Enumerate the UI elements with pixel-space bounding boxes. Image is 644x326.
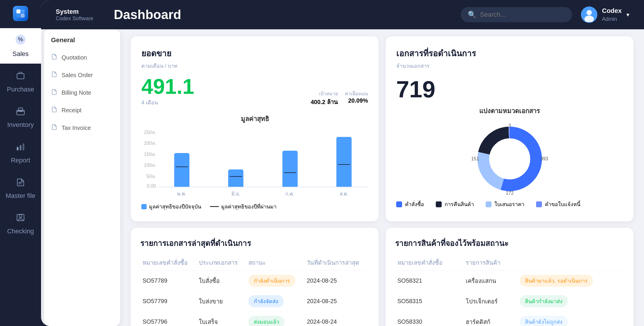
cell-id-2: SO57799 [140, 291, 196, 312]
month-jul: ก.ค. [266, 190, 314, 198]
cell-date-1: 2024-08-25 [304, 271, 369, 291]
dashboard-content: ยอดขาย ตามเดือน / บาท 491.1 4 เดือน เป้า… [120, 29, 644, 326]
cell-status-3: ส่งมอบแล้ว [246, 312, 304, 326]
sidebar-item-checking[interactable]: Checking [0, 207, 47, 241]
pcell-id-1: SO58321 [395, 271, 463, 291]
sidebar-label-report: Report [11, 157, 30, 164]
cell-type-2: ใบส่งขาย [196, 291, 246, 312]
legend-label-current: มูลค่าสุทธิของปีปัจจุบัน [149, 202, 201, 211]
bar-group-aug [320, 129, 368, 187]
y-axis: 250ล. 200ล. 150ล. 100ล. 50ล. 0.00 [141, 129, 156, 198]
user-role: Admin [602, 16, 622, 23]
submenu-item-receipt[interactable]: Receipt [44, 101, 120, 119]
cell-id-1: SO57789 [140, 271, 196, 291]
donut-legend: คำสั่งซื้อ การคืนสินค้า ใบเสนอราคา [396, 200, 623, 208]
sidebar-item-masterfile[interactable]: Master file [0, 171, 47, 206]
submenu-label-billingnote: Billing Note [62, 89, 91, 96]
avatar [581, 6, 597, 23]
svg-rect-9 [17, 147, 18, 150]
top-grid: ยอดขาย ตามเดือน / บาท 491.1 4 เดือน เป้า… [131, 36, 633, 221]
table-row: SO58330 ฮาร์ดดิสก์ สินค้ายังไม่ถูกส่ง [395, 312, 624, 326]
sales-value: 491.1 [141, 76, 194, 97]
cell-status-1: กำลังดำเนินการ [246, 271, 304, 291]
sidebar-item-report[interactable]: Report [0, 136, 47, 170]
submenu-item-taxinvoice[interactable]: Tax Invoice [44, 119, 120, 137]
svg-rect-10 [20, 145, 21, 150]
chart-area: 250ล. 200ล. 150ล. 100ล. 50ล. 0.00 [141, 129, 368, 198]
sidebar-item-purchase[interactable]: Purchase [0, 65, 47, 99]
y-label-250: 250ล. [144, 129, 156, 136]
legend-prev: มูลค่าสุทธิของปีที่ผ่านมา [210, 202, 277, 211]
submenu-label-taxinvoice: Tax Invoice [62, 125, 91, 131]
pstatus-badge-3: สินค้ายังไม่ถูกส่ง [520, 316, 568, 326]
submenu-label-quotation: Quotation [62, 54, 87, 61]
body-area: General Quotation Sales Order [41, 29, 644, 326]
cell-date-3: 2024-08-24 [304, 312, 369, 326]
masterfile-icon [16, 177, 26, 190]
svg-rect-1 [21, 9, 25, 13]
pth-order-id: หมายเลขคำสั่งซื้อ [395, 255, 463, 271]
submenu-label-receipt: Receipt [62, 107, 82, 114]
submenu-item-salesorder[interactable]: Sales Order [44, 66, 120, 84]
submenu-item-quotation[interactable]: Quotation [44, 49, 120, 66]
bar-aug [336, 137, 352, 187]
user-info: Codex Admin [602, 6, 622, 23]
table-row: SO58315 โปรเจ็กเตอร์ สินค้ากำลังมาส่ง [395, 291, 624, 312]
benchmark-label: ค่าเฉี่ยงเบน [345, 90, 368, 97]
pcell-status-1: สินค้ามาแล้ว, รอดำเนินการ [517, 271, 624, 291]
sales-period: 4 เดือน [141, 98, 194, 107]
chevron-icon: ▾ [626, 11, 629, 18]
submenu-item-billingnote[interactable]: Billing Note [44, 84, 120, 101]
sales-card: ยอดขาย ตามเดือน / บาท 491.1 4 เดือน เป้า… [131, 36, 379, 221]
taxinvoice-icon [51, 124, 57, 132]
donut-right-label: 393 [540, 156, 548, 161]
checking-icon [16, 213, 26, 225]
donut-chart: 3 393 172 151 [466, 121, 554, 197]
donut-bottom-label: 172 [506, 191, 513, 196]
target-info: เป้าหมาย 400.2 ล้าน [311, 90, 338, 107]
bar-group-may [158, 129, 206, 187]
th-order-id: หมายเลขคำสั่งซื้อ [140, 255, 196, 271]
th-date: วันที่ดำเนินการล่าสุด [304, 255, 369, 271]
search-bar[interactable]: 🔍 [461, 7, 572, 22]
status-badge-2: กำลังจัดส่ง [248, 295, 284, 307]
logo-icon [13, 6, 28, 21]
submenu-label-salesorder: Sales Order [62, 72, 93, 79]
product-status-card: รายการสินค้าที่จองไว้พร้อมสถานะ หมายเลขค… [386, 228, 633, 326]
pstatus-badge-1: สินค้ามาแล้ว, รอดำเนินการ [520, 275, 593, 287]
sales-trend: เป้าหมาย 400.2 ล้าน ค่าเฉี่ยงเบน 20.09% [311, 90, 368, 107]
legend-invoice: คำขอใบแจ้งหนี้ [536, 200, 580, 208]
sidebar-label-purchase: Purchase [7, 86, 34, 93]
label-invoice: คำขอใบแจ้งหนี้ [545, 200, 580, 208]
search-icon: 🔍 [468, 11, 477, 19]
y-label-150: 150ล. [144, 151, 156, 158]
system-name: System [56, 8, 93, 16]
sidebar-item-inventory[interactable]: Inventory [0, 100, 47, 135]
bars-area: พ.ค. มิ.ย. ก.ค. ส.ค. [158, 129, 368, 198]
sidebar-label-sales: Sales [12, 50, 28, 58]
dot-return [436, 201, 442, 207]
main-content: System Codex Software Dashboard 🔍 Codex … [41, 0, 644, 326]
submenu-header: General [44, 36, 120, 49]
sidebar-item-sales[interactable]: % Sales [0, 28, 47, 64]
y-label-100: 100ล. [144, 162, 156, 169]
report-icon [16, 142, 26, 154]
table-row: SO58321 เครื่องแสกน สินค้ามาแล้ว, รอดำเน… [395, 271, 624, 291]
search-input[interactable] [480, 11, 565, 18]
company-name: Codex Software [56, 16, 93, 22]
label-quotation: ใบเสนอราคา [494, 200, 524, 208]
donut-wrapper: 3 393 172 151 [396, 121, 623, 197]
svg-text:%: % [18, 36, 23, 43]
th-status: สถานะ [246, 255, 304, 271]
legend-label-prev: มูลค่าสุทธิของปีที่ผ่านมา [221, 202, 277, 211]
purchase-icon [16, 71, 26, 83]
pcell-product-3: ฮาร์ดดิสก์ [463, 312, 517, 326]
cell-date-2: 2024-08-25 [304, 291, 369, 312]
month-jun: มิ.ย. [212, 190, 260, 198]
bar-jul [282, 151, 298, 187]
header: System Codex Software Dashboard 🔍 Codex … [41, 0, 644, 29]
legend-quotation: ใบเสนอราคา [486, 200, 524, 208]
pth-product: รายการสินค้า [463, 255, 517, 271]
legend-line-prev [210, 206, 219, 207]
cell-id-3: SO57796 [140, 312, 196, 326]
